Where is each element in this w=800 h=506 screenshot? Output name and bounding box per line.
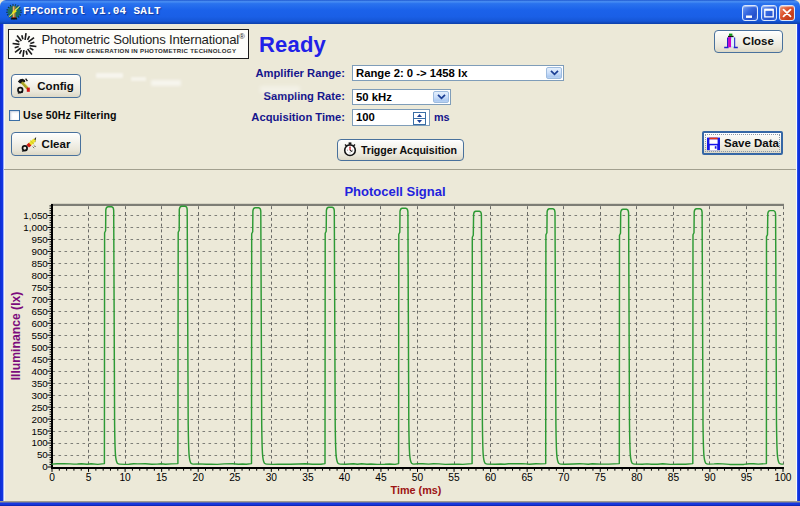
svg-text:250: 250 — [31, 402, 48, 413]
svg-text:1,050: 1,050 — [23, 210, 48, 221]
svg-text:45: 45 — [375, 472, 387, 483]
svg-text:60: 60 — [485, 472, 497, 483]
svg-text:25: 25 — [229, 472, 241, 483]
svg-text:40: 40 — [339, 472, 351, 483]
svg-text:850: 850 — [31, 258, 48, 269]
svg-text:0: 0 — [49, 472, 55, 483]
svg-text:10: 10 — [119, 472, 131, 483]
svg-text:35: 35 — [302, 472, 314, 483]
svg-text:600: 600 — [31, 318, 48, 329]
svg-text:75: 75 — [595, 472, 607, 483]
svg-text:400: 400 — [31, 366, 48, 377]
svg-text:750: 750 — [31, 282, 48, 293]
svg-text:15: 15 — [156, 472, 168, 483]
svg-text:Illuminance (lx): Illuminance (lx) — [9, 292, 23, 381]
svg-text:Photocell Signal: Photocell Signal — [344, 184, 445, 199]
svg-text:650: 650 — [31, 306, 48, 317]
svg-text:Time (ms): Time (ms) — [391, 484, 442, 496]
svg-text:30: 30 — [266, 472, 278, 483]
svg-text:50: 50 — [412, 472, 424, 483]
svg-text:50: 50 — [37, 449, 48, 460]
svg-text:900: 900 — [31, 246, 48, 257]
svg-text:85: 85 — [668, 472, 680, 483]
svg-text:1,000: 1,000 — [23, 222, 48, 233]
svg-text:55: 55 — [448, 472, 460, 483]
svg-text:300: 300 — [31, 390, 48, 401]
svg-text:550: 550 — [31, 330, 48, 341]
svg-text:950: 950 — [31, 234, 48, 245]
svg-text:800: 800 — [31, 270, 48, 281]
svg-text:95: 95 — [741, 472, 753, 483]
svg-text:80: 80 — [631, 472, 643, 483]
svg-text:0: 0 — [42, 461, 48, 472]
svg-text:700: 700 — [31, 294, 48, 305]
svg-text:90: 90 — [704, 472, 716, 483]
svg-text:20: 20 — [193, 472, 205, 483]
svg-text:100: 100 — [775, 472, 792, 483]
svg-text:200: 200 — [31, 414, 48, 425]
svg-text:65: 65 — [521, 472, 533, 483]
svg-text:150: 150 — [31, 426, 48, 437]
svg-text:500: 500 — [31, 342, 48, 353]
svg-text:450: 450 — [31, 354, 48, 365]
svg-text:350: 350 — [31, 378, 48, 389]
svg-text:70: 70 — [558, 472, 570, 483]
svg-text:100: 100 — [31, 437, 48, 448]
svg-text:5: 5 — [86, 472, 92, 483]
